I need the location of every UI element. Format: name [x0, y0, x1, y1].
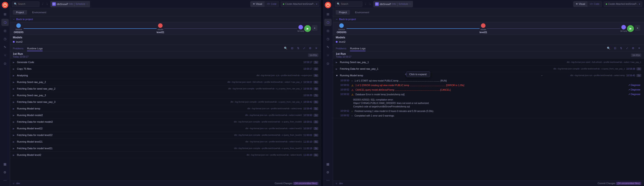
- right-sidebar-data-icon[interactable]: ⬡: [324, 19, 332, 26]
- sidebar-edit-icon[interactable]: ✎: [1, 43, 9, 51]
- sidebar-settings-icon[interactable]: ⚙: [1, 169, 9, 176]
- left-section-header-10[interactable]: ▶ Running Model level22 dbt --log-format…: [10, 125, 321, 132]
- left-section-header-5[interactable]: ▶ Running Seed raw_pay_3 10:59:35 7s: [10, 92, 321, 98]
- left-log-area[interactable]: 1st Run Today 10:59:17 1m 81s ▶ Generate…: [10, 51, 321, 181]
- left-section-header-3[interactable]: ▶ Running Seed raw_pay_2 dbt --log-forma…: [10, 79, 321, 85]
- left-section-header-7[interactable]: ▶ Running Model temp dbt --log-format js…: [10, 105, 321, 112]
- right-tab-more[interactable]: ···: [409, 3, 411, 5]
- right-tab-item[interactable]: dS dbtSnowP Info | Schedule ···: [373, 1, 413, 7]
- right-sort-action[interactable]: ⇅: [619, 46, 623, 50]
- sidebar-data-icon[interactable]: ⬡: [1, 19, 9, 26]
- right-project-btn[interactable]: Project: [336, 10, 350, 15]
- left-cluster-chevron[interactable]: ▾: [316, 3, 317, 5]
- left-expand-action[interactable]: ⤢: [302, 46, 306, 50]
- sidebar-location-icon[interactable]: ◎: [1, 27, 9, 34]
- right-tab-schedule[interactable]: Schedule: [398, 3, 408, 5]
- right-search-box[interactable]: 🔍: [335, 1, 362, 7]
- right-tab-info[interactable]: Info: [392, 3, 396, 5]
- right-sidebar-branch-icon[interactable]: ⑂: [324, 52, 332, 59]
- right-sidebar-location-icon[interactable]: ◎: [324, 27, 332, 34]
- sidebar-more-icon[interactable]: ⋯: [1, 177, 9, 184]
- left-code-btn[interactable]: </> Code: [264, 1, 279, 7]
- right-back-link[interactable]: ← Back to project: [336, 18, 356, 20]
- left-collapse-btn[interactable]: ▲: [312, 25, 318, 31]
- left-section-header-13[interactable]: ▶ Fetching Data for model level21 dbt --…: [10, 145, 321, 152]
- left-nav-back[interactable]: ‹: [41, 2, 44, 6]
- right-problems-tab[interactable]: Problems: [336, 46, 346, 51]
- right-sidebar-clock-icon[interactable]: ◷: [324, 35, 332, 42]
- right-sidebar-table-icon[interactable]: ▦: [324, 160, 332, 168]
- left-project-btn[interactable]: Project: [13, 10, 27, 15]
- right-expanded-dur: 5s: [636, 74, 641, 77]
- right-commit-btn[interactable]: Commit Changes (34 uncommitted files): [598, 182, 641, 185]
- left-run-button[interactable]: ▶: [304, 25, 311, 32]
- right-nav-forward[interactable]: ›: [369, 2, 372, 6]
- right-code-btn[interactable]: </> Code: [588, 1, 602, 7]
- right-filter-action[interactable]: ⊟: [613, 46, 617, 50]
- right-run-button[interactable]: ▶: [627, 25, 634, 32]
- left-section-header-12[interactable]: ▶ Running Model level21 dbt --log-format…: [10, 138, 321, 145]
- right-sidebar-network-icon[interactable]: ⊙: [324, 60, 332, 67]
- right-section-header-seed1[interactable]: ▶ Running Seed raw_pay_1 dbt --log-forma…: [333, 59, 644, 65]
- right-sidebar-settings-icon[interactable]: ⚙: [324, 169, 332, 176]
- left-problems-tab[interactable]: Problems: [13, 46, 23, 51]
- left-tab-info[interactable]: Info: [69, 3, 73, 5]
- right-diagnose-btn-2[interactable]: ↗ Diagnose: [628, 89, 640, 91]
- left-model-row[interactable]: level2: [10, 40, 321, 45]
- right-log-area[interactable]: 1st Run Today 10:59:17 1m 81s ▶ Running …: [333, 51, 644, 181]
- left-section-header-1[interactable]: ▶ Copy 75 files 10:59:17 1s: [10, 66, 321, 72]
- left-search-action[interactable]: 🔍: [283, 46, 288, 50]
- right-nav-back[interactable]: ‹: [364, 2, 367, 6]
- left-runtime-tab[interactable]: Runtime Logs: [27, 46, 42, 51]
- right-sidebar-edit-icon[interactable]: ✎: [324, 43, 332, 51]
- left-section-header-8[interactable]: ▶ Running Model model2 dbt --log-format …: [10, 112, 321, 118]
- left-filter-action[interactable]: ⊟: [290, 46, 294, 50]
- left-section-header-14[interactable]: ▶ Running Model level2 dbt --log-format …: [10, 152, 321, 158]
- left-section-header-4[interactable]: ▶ Fetching Data for seed raw_pay_2 dbt -…: [10, 86, 321, 92]
- left-section-header-0[interactable]: ▶ Generate Code 10:59:17 1s: [10, 59, 321, 65]
- right-cluster-chevron[interactable]: ▾: [639, 3, 640, 5]
- right-sidebar-more-icon[interactable]: ⋯: [324, 177, 332, 184]
- right-diagnose-btn-1[interactable]: ↗ Diagnose: [628, 84, 640, 86]
- sidebar-clock-icon[interactable]: ◷: [1, 35, 9, 42]
- left-visual-btn[interactable]: 👁 Visual: [250, 1, 264, 7]
- right-settings-action[interactable]: ⚙: [631, 46, 635, 50]
- left-settings-action[interactable]: ⚙: [308, 46, 312, 50]
- left-section-name-8: Running Model model2: [17, 114, 220, 116]
- right-close-action[interactable]: ✕: [637, 46, 641, 50]
- left-section-header-6[interactable]: ▶ Fetching Data for seed raw_pay_3 dbt -…: [10, 99, 321, 105]
- left-close-action[interactable]: ✕: [314, 46, 318, 50]
- right-search-action[interactable]: 🔍: [606, 46, 611, 50]
- right-expand-action[interactable]: ⤢: [625, 46, 629, 50]
- left-log-section-14: ▶ Running Model level2 dbt --log-format …: [10, 152, 321, 158]
- right-environment-btn[interactable]: Environment: [352, 10, 372, 15]
- right-search-input[interactable]: [341, 3, 362, 5]
- left-search-input[interactable]: [18, 3, 39, 5]
- right-expanded-section-header[interactable]: ▼ Running Model temp ← Click to expand. …: [333, 72, 644, 79]
- left-section-header-9[interactable]: ▶ Fetching Data for model model2 dbt --l…: [10, 119, 321, 125]
- sidebar-home-icon[interactable]: ⊞: [1, 10, 9, 18]
- left-sort-action[interactable]: ⇅: [296, 46, 300, 50]
- right-models-section: Models level2: [333, 35, 644, 45]
- left-section-time-12: 11:00:10: [304, 141, 312, 143]
- left-tab-schedule[interactable]: Schedule: [76, 3, 85, 5]
- right-section-header-fetch1[interactable]: ▶ Fetching Data for seed raw_pay_1 dbt -…: [333, 66, 644, 72]
- left-search-box[interactable]: 🔍: [12, 1, 40, 7]
- right-sidebar-home-icon[interactable]: ⊞: [324, 10, 332, 18]
- right-runtime-tab[interactable]: Runtime Logs: [350, 46, 366, 51]
- left-section-header-2[interactable]: ▶ Analysing dbt --log-format json -q ls …: [10, 72, 321, 79]
- right-collapse-btn[interactable]: ▲: [635, 25, 640, 31]
- sidebar-branch-icon[interactable]: ⑂: [1, 52, 9, 59]
- sidebar-network-icon[interactable]: ⊙: [1, 60, 9, 67]
- right-model-row[interactable]: level2: [333, 40, 644, 45]
- left-environment-btn[interactable]: Environment: [29, 10, 50, 15]
- right-diagnose-btn-3[interactable]: ↗ Diagnose: [628, 93, 640, 96]
- sidebar-table-icon[interactable]: ▦: [1, 160, 9, 168]
- right-visual-btn[interactable]: 👁 Visual: [574, 1, 588, 7]
- left-tab-more[interactable]: ···: [86, 3, 88, 5]
- left-tab-item[interactable]: dS dbtSnowP Info | Schedule ···: [50, 1, 90, 7]
- left-commit-btn[interactable]: Commit Changes (34 uncommitted files): [275, 182, 318, 185]
- left-nav-forward[interactable]: ›: [46, 2, 48, 6]
- left-section-header-11[interactable]: ▶ Fetching Data for model level22 dbt --…: [10, 132, 321, 138]
- left-back-link[interactable]: ← Back to project: [13, 18, 33, 20]
